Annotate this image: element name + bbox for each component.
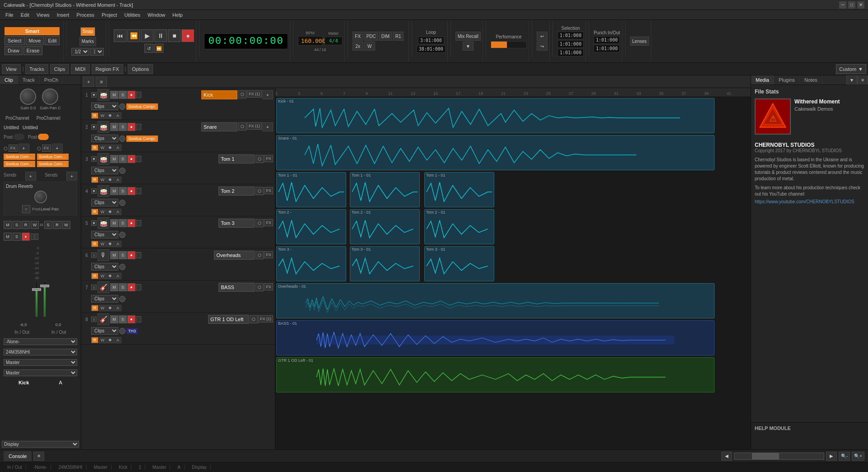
menu-file[interactable]: File — [2, 11, 17, 19]
track-3-r[interactable]: R — [91, 177, 98, 183]
tracks-button[interactable]: Tracks — [25, 64, 48, 74]
track-5-input-monitor[interactable] — [136, 220, 141, 226]
post-toggle-2[interactable] — [38, 134, 49, 140]
pdc-button[interactable]: PDC — [364, 32, 378, 41]
scrollbar-thumb[interactable] — [752, 453, 779, 459]
waveform-clip-5a[interactable]: Tom 3 - — [276, 246, 346, 281]
recall-arrow[interactable]: ▼ — [463, 42, 473, 51]
add-fx-btn-1[interactable]: + — [19, 144, 29, 153]
add-fx-btn-2[interactable]: + — [52, 144, 63, 153]
track-6-vol-knob[interactable] — [119, 264, 125, 270]
track-2-a[interactable]: A — [114, 145, 121, 151]
erase-tool[interactable]: Erase — [23, 46, 43, 55]
play-button[interactable]: ▶ — [141, 29, 153, 42]
scroll-right-btn[interactable]: ▶ — [826, 452, 837, 461]
menu-views[interactable]: Views — [33, 11, 53, 19]
bpm-display[interactable]: 160.000 — [298, 36, 323, 46]
mix-s-btn[interactable]: S — [13, 221, 21, 229]
notes-tab[interactable]: Notes — [800, 75, 822, 84]
track-1-x[interactable]: ✱ — [107, 112, 114, 119]
track-4-collapse[interactable]: ▼ — [91, 188, 97, 194]
track-8-mute[interactable]: M — [110, 315, 118, 323]
clip-tab[interactable]: Clip — [0, 75, 18, 84]
menu-insert[interactable]: Insert — [53, 11, 73, 19]
move-tool[interactable]: Move — [26, 36, 44, 45]
region-fx-button[interactable]: Region FX — [92, 64, 123, 74]
track-3-arm[interactable]: ● — [127, 155, 135, 163]
track-3-clip-type[interactable]: Clips — [91, 167, 118, 174]
redo-button[interactable]: ↪ — [537, 42, 548, 51]
waveform-clip-5b[interactable]: Tom 3 - 01 — [350, 246, 420, 281]
track-3-mute[interactable]: M — [110, 155, 118, 163]
display-select[interactable]: Display — [2, 441, 79, 448]
plugins-tab[interactable]: Plugins — [774, 75, 800, 84]
track-5-clip-type[interactable]: Clips — [91, 231, 118, 238]
fx-btn-2[interactable]: FX — [42, 145, 51, 152]
track-3-a[interactable]: A — [114, 177, 121, 183]
post-toggle-1[interactable] — [14, 134, 24, 140]
track-2-w[interactable]: W — [99, 145, 106, 151]
track-2-plugin[interactable]: Sonitus Compr. — [126, 136, 158, 142]
track-2-arm[interactable]: ● — [127, 123, 135, 131]
track-7-input-monitor[interactable] — [136, 284, 141, 290]
track-3-x[interactable]: ✱ — [107, 177, 114, 183]
track-4-clip-type[interactable]: Clips — [91, 199, 118, 206]
rewind-button[interactable]: ⏪ — [127, 29, 140, 42]
mix-r-btn[interactable]: R — [22, 221, 30, 229]
options-button[interactable]: Options — [128, 64, 153, 74]
view-button[interactable]: View — [2, 64, 21, 74]
console-tab[interactable]: Console — [4, 451, 32, 461]
stop-button[interactable]: ■ — [168, 29, 181, 42]
track-8-name-input[interactable] — [208, 315, 249, 324]
track-7-w[interactable]: W — [99, 305, 106, 311]
track-6-clip-type[interactable]: Clips — [91, 263, 118, 271]
track-1-plugin[interactable]: Sonitus Compr. — [126, 103, 158, 110]
waveform-clip-2[interactable]: Snare - 01 — [276, 135, 715, 170]
track-1-solo[interactable]: S — [119, 91, 127, 99]
master-select-1[interactable]: Master — [4, 359, 77, 366]
zoom-out-btn[interactable]: 🔍- — [839, 452, 850, 461]
track-5-collapse[interactable]: ▼ — [91, 220, 97, 226]
track-4-fx-btn[interactable]: FX — [264, 187, 273, 194]
menu-window[interactable]: Window — [144, 11, 169, 19]
track-6-input-monitor[interactable] — [136, 252, 141, 258]
edit-tool[interactable]: Edit — [45, 36, 60, 45]
mix-m-btn[interactable]: M — [4, 221, 12, 229]
track-7-vol-knob[interactable] — [119, 296, 125, 302]
waveform-clip-4a[interactable]: Tom 2 - — [276, 209, 346, 244]
recall-button[interactable]: Mix Recall — [455, 32, 481, 41]
track-1-vol-knob[interactable] — [119, 103, 125, 110]
track-1-mute[interactable]: M — [110, 91, 118, 99]
track-8-vol-knob[interactable] — [119, 328, 125, 334]
track-2-solo[interactable]: S — [119, 123, 127, 131]
track-4-mute[interactable]: M — [110, 187, 118, 195]
menu-process[interactable]: Process — [73, 11, 98, 19]
track-5-a[interactable]: A — [114, 241, 121, 247]
panel-options-btn[interactable]: ▼ — [846, 75, 857, 84]
waveform-clip-5c[interactable]: Tom 3 - 01 — [424, 246, 494, 281]
dim-button[interactable]: DIM — [379, 32, 392, 41]
track-7-name-input[interactable] — [218, 283, 255, 292]
maximize-button[interactable]: □ — [848, 1, 855, 9]
track-8-r[interactable]: R — [91, 337, 98, 343]
track-8-fx-btn[interactable]: FX (1) — [258, 315, 273, 322]
plugin-btn-1[interactable]: Sonitus Comp... — [4, 154, 35, 160]
select-tool[interactable]: Select — [5, 36, 25, 45]
track-5-mute[interactable]: M — [110, 219, 118, 227]
marks-button[interactable]: Marks — [79, 37, 96, 46]
master-select-2[interactable]: Master — [4, 369, 77, 376]
track-5-name-input[interactable] — [218, 219, 255, 228]
track-2-vol-knob[interactable] — [119, 136, 125, 142]
track-8-solo[interactable]: S — [119, 315, 127, 323]
track-5-vol-knob[interactable] — [119, 232, 125, 238]
track-6-collapse[interactable]: ↕ — [91, 252, 97, 258]
track-3-solo[interactable]: S — [119, 155, 127, 163]
snap-dropdown[interactable]: 1/21/41/8 — [71, 48, 89, 56]
youtube-link[interactable]: https://www.youtube.com/CHERNOBYLSTUDIOS — [755, 199, 864, 204]
add-send-btn-1[interactable]: + — [25, 172, 36, 181]
track-7-a[interactable]: A — [114, 305, 121, 311]
track-6-name-input[interactable] — [214, 251, 255, 260]
track-6-mute[interactable]: M — [110, 251, 118, 259]
right-fader-handle[interactable] — [40, 285, 49, 287]
menu-project[interactable]: Project — [98, 11, 121, 19]
